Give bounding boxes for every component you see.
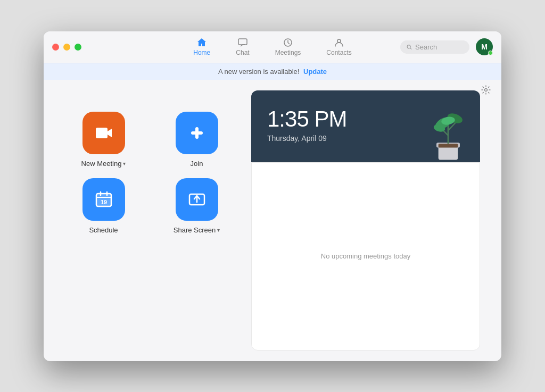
share-screen-label: Share Screen ▾ [174,226,220,234]
online-status-dot [488,51,493,55]
svg-point-2 [337,39,341,43]
right-panel: 1:35 PM Thursday, April 09 [251,90,480,351]
nav-item-contacts[interactable]: Contacts [322,35,356,59]
svg-rect-0 [238,39,247,45]
update-banner: A new version is available! Update [44,63,501,80]
settings-icon[interactable] [481,85,491,95]
title-bar: Home Chat [44,31,501,63]
plus-icon [187,123,207,143]
join-label: Join [191,160,203,168]
nav-chat-label: Chat [236,49,249,56]
contacts-icon [334,37,344,48]
action-join[interactable]: Join [158,112,235,168]
share-screen-button[interactable] [176,178,218,221]
update-link[interactable]: Update [303,68,327,76]
nav-home-label: Home [193,49,210,56]
window-controls [52,44,81,51]
minimize-button[interactable] [63,44,70,51]
plant-decoration [427,104,469,162]
main-content: New Meeting ▾ Join [44,80,501,361]
no-meetings-text: No upcoming meetings today [321,252,410,260]
avatar-initials: M [481,43,488,51]
video-camera-icon [94,123,114,143]
nav-right: M [400,38,493,55]
home-icon [196,37,207,48]
new-meeting-label: New Meeting ▾ [81,160,126,168]
share-screen-chevron: ▾ [217,227,220,233]
search-box[interactable] [400,40,469,54]
update-message: A new version is available! [218,68,299,76]
action-share-screen[interactable]: Share Screen ▾ [158,178,235,234]
nav-contacts-label: Contacts [326,49,351,56]
action-grid: New Meeting ▾ Join [65,90,235,351]
svg-point-4 [485,88,488,91]
new-meeting-button[interactable] [82,112,125,154]
svg-point-3 [407,45,410,48]
chat-icon [237,37,248,48]
schedule-button[interactable]: 19 [82,178,125,221]
calendar-icon: 19 [94,189,114,210]
action-new-meeting[interactable]: New Meeting ▾ [65,112,142,168]
nav-item-meetings[interactable]: Meetings [271,35,305,59]
search-icon [407,44,412,51]
svg-rect-6 [191,131,203,135]
nav-item-chat[interactable]: Chat [232,35,253,59]
meetings-card: No upcoming meetings today [251,162,480,351]
avatar[interactable]: M [476,38,493,55]
main-nav: Home Chat [189,35,356,59]
meetings-icon [283,37,293,48]
join-button[interactable] [176,112,218,154]
clock-card: 1:35 PM Thursday, April 09 [251,90,480,162]
new-meeting-chevron: ▾ [123,161,126,166]
share-screen-icon [187,189,207,210]
close-button[interactable] [52,44,59,51]
action-schedule[interactable]: 19 Schedule [65,178,142,234]
svg-text:19: 19 [100,199,106,205]
svg-rect-9 [96,197,111,198]
svg-rect-17 [439,144,458,147]
app-window: Home Chat [44,31,501,361]
search-input[interactable] [415,43,463,51]
maximize-button[interactable] [75,44,81,51]
nav-item-home[interactable]: Home [189,35,214,59]
schedule-label: Schedule [89,226,118,234]
nav-meetings-label: Meetings [275,49,301,56]
